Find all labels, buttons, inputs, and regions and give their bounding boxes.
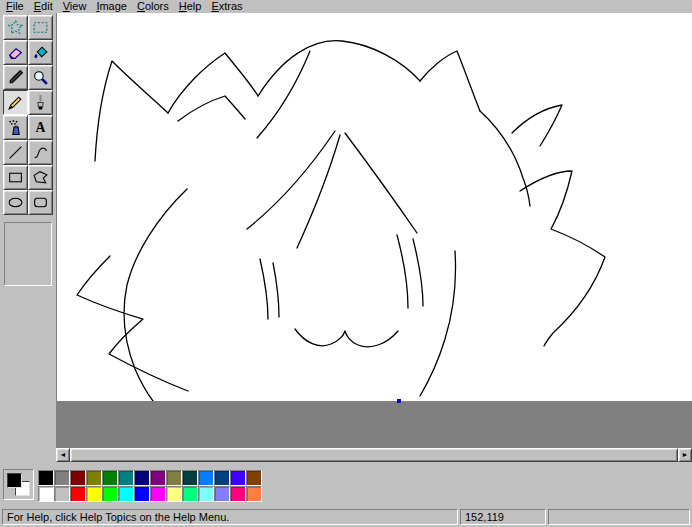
palette-color-r1-c2[interactable] <box>54 470 70 486</box>
drawing-stroke <box>95 61 168 161</box>
drawing-stroke <box>297 135 340 248</box>
tool-polygon[interactable] <box>28 165 53 190</box>
eraser-icon <box>7 44 24 61</box>
tool-fill[interactable] <box>28 40 53 65</box>
drawing-stroke <box>420 51 480 111</box>
menu-item-view[interactable]: View <box>58 0 92 13</box>
tool-line[interactable] <box>3 140 28 165</box>
canvas-backdrop: ◄ ► <box>56 13 692 462</box>
tool-select[interactable] <box>28 15 53 40</box>
line-icon <box>7 144 24 161</box>
palette-color-r1-c3[interactable] <box>70 470 86 486</box>
free-form-select-icon <box>7 19 24 36</box>
drawing-stroke <box>273 263 279 317</box>
menu-item-help[interactable]: Help <box>174 0 207 13</box>
tool-pencil[interactable] <box>3 90 28 115</box>
drawing-stroke <box>77 256 188 391</box>
palette-color-r1-c5[interactable] <box>102 470 118 486</box>
palette-color-r2-c12[interactable] <box>214 486 230 502</box>
palette-color-r1-c10[interactable] <box>182 470 198 486</box>
drawing-canvas[interactable] <box>57 13 692 401</box>
palette-color-r2-c2[interactable] <box>54 486 70 502</box>
tool-brush[interactable] <box>28 90 53 115</box>
pencil-icon <box>7 94 24 111</box>
palette-color-r2-c5[interactable] <box>102 486 118 502</box>
foreground-color-swatch[interactable] <box>7 473 22 488</box>
palette-color-r2-c6[interactable] <box>118 486 134 502</box>
status-bar: For Help, click Help Topics on the Help … <box>0 507 692 527</box>
menu-item-edit[interactable]: Edit <box>29 0 58 13</box>
tool-pick-color[interactable] <box>3 65 28 90</box>
drawing-stroke <box>178 96 245 121</box>
horizontal-scrollbar[interactable]: ◄ ► <box>56 448 692 462</box>
drawing-stroke <box>345 133 417 233</box>
rounded-rectangle-icon <box>32 194 49 211</box>
palette-color-r1-c4[interactable] <box>86 470 102 486</box>
menu-item-image[interactable]: Image <box>91 0 132 13</box>
palette-color-r1-c9[interactable] <box>166 470 182 486</box>
status-help-text: For Help, click Help Topics on the Help … <box>2 509 458 525</box>
canvas-drawing[interactable] <box>57 13 692 401</box>
svg-text:A: A <box>36 120 46 135</box>
curve-icon <box>32 144 49 161</box>
tool-magnifier[interactable] <box>28 65 53 90</box>
polygon-icon <box>32 169 49 186</box>
drawing-stroke <box>420 251 456 396</box>
tool-airbrush[interactable] <box>3 115 28 140</box>
drawing-stroke <box>295 329 398 347</box>
status-cursor-position: 152,119 <box>460 509 546 525</box>
palette-color-r2-c11[interactable] <box>198 486 214 502</box>
drawing-stroke <box>168 53 258 113</box>
menu-item-extras[interactable]: Extras <box>206 0 247 13</box>
menu-bar: FileEditViewImageColorsHelpExtras <box>0 0 692 13</box>
tool-options-box[interactable] <box>4 222 52 286</box>
palette-color-r1-c11[interactable] <box>198 470 214 486</box>
canvas-resize-handle[interactable] <box>397 399 401 403</box>
palette-color-r2-c8[interactable] <box>150 486 166 502</box>
palette-color-r2-c4[interactable] <box>86 486 102 502</box>
tool-rectangle[interactable] <box>3 165 28 190</box>
status-selection-size <box>548 509 690 525</box>
drawing-stroke <box>520 171 605 346</box>
palette-color-r1-c7[interactable] <box>134 470 150 486</box>
palette-color-r1-c13[interactable] <box>230 470 246 486</box>
tool-rounded-rectangle[interactable] <box>28 190 53 215</box>
rectangle-icon <box>7 169 24 186</box>
palette-color-r2-c9[interactable] <box>166 486 182 502</box>
drawing-stroke <box>397 235 408 308</box>
scroll-left-button[interactable]: ◄ <box>56 448 70 462</box>
palette-color-r2-c1[interactable] <box>38 486 54 502</box>
drawing-stroke <box>512 105 562 146</box>
paint-window: FileEditViewImageColorsHelpExtras A ◄ ► … <box>0 0 692 527</box>
current-colors-indicator <box>3 469 34 500</box>
palette-color-r1-c8[interactable] <box>150 470 166 486</box>
palette-grid <box>38 470 262 502</box>
palette-color-r2-c14[interactable] <box>246 486 262 502</box>
tool-text[interactable]: A <box>28 115 53 140</box>
magnifier-icon <box>32 69 49 86</box>
drawing-stroke <box>258 41 420 96</box>
drawing-stroke <box>260 259 268 319</box>
drawing-stroke <box>124 189 187 401</box>
text-icon: A <box>32 119 49 136</box>
palette-color-r1-c14[interactable] <box>246 470 262 486</box>
tool-ellipse[interactable] <box>3 190 28 215</box>
tool-eraser[interactable] <box>3 40 28 65</box>
menu-item-file[interactable]: File <box>1 0 29 13</box>
select-icon <box>32 19 49 36</box>
drawing-stroke <box>413 239 423 306</box>
palette-color-r2-c3[interactable] <box>70 486 86 502</box>
fill-icon <box>32 44 49 61</box>
menu-item-colors[interactable]: Colors <box>132 0 174 13</box>
palette-color-r1-c12[interactable] <box>214 470 230 486</box>
palette-color-r2-c13[interactable] <box>230 486 246 502</box>
palette-color-r2-c10[interactable] <box>182 486 198 502</box>
tool-free-form-select[interactable] <box>3 15 28 40</box>
toolbox: A <box>3 15 53 215</box>
scroll-right-button[interactable]: ► <box>678 448 692 462</box>
palette-color-r1-c6[interactable] <box>118 470 134 486</box>
palette-color-r2-c7[interactable] <box>134 486 150 502</box>
tool-curve[interactable] <box>28 140 53 165</box>
palette-color-r1-c1[interactable] <box>38 470 54 486</box>
scroll-thumb[interactable] <box>70 448 678 462</box>
